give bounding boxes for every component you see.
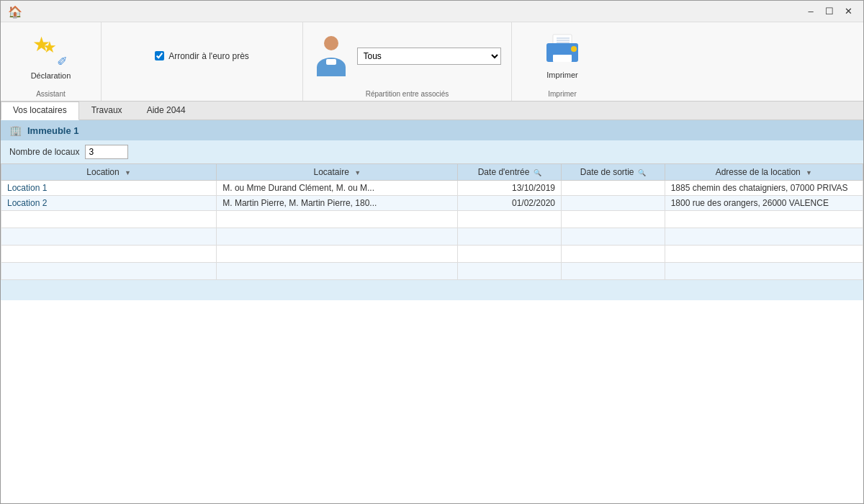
cell-location: Location 1 bbox=[1, 181, 217, 196]
data-table-container: Location ▼ Locataire ▼ Date d'entrée 🔍 bbox=[1, 163, 863, 286]
declaration-button[interactable]: ★ ★ ✏ Déclaration bbox=[25, 30, 77, 83]
col-header-locataire: Locataire ▼ bbox=[217, 164, 458, 181]
table-row[interactable]: Location 2M. Martin Pierre, M. Martin Pi… bbox=[1, 196, 863, 211]
empty-cell bbox=[1, 263, 217, 280]
empty-row bbox=[1, 228, 863, 246]
maximize-button[interactable]: ☐ bbox=[820, 4, 839, 19]
content-area: 🏢 Immeuble 1 Nombre de locaux Location bbox=[1, 120, 863, 300]
tab-locataires[interactable]: Vos locataires bbox=[1, 102, 79, 120]
empty-cell bbox=[665, 211, 863, 228]
cell-sortie bbox=[562, 181, 665, 196]
cell-entree: 13/10/2019 bbox=[458, 181, 562, 196]
titlebar: 🏠 – ☐ ✕ bbox=[1, 1, 863, 22]
cell-locataire: M. ou Mme Durand Clément, M. ou M... bbox=[217, 181, 458, 196]
tab-bar: Vos locataires Travaux Aide 2044 bbox=[1, 102, 863, 120]
empty-cell bbox=[458, 263, 562, 280]
ribbon-section-print: Imprimer Imprimer bbox=[512, 22, 613, 101]
empty-cell bbox=[1, 211, 217, 228]
empty-cell bbox=[217, 228, 458, 246]
minimize-button[interactable]: – bbox=[801, 4, 820, 19]
repartition-section-label: Répartition entre associés bbox=[303, 90, 511, 98]
cell-locataire: M. Martin Pierre, M. Martin Pierre, 180.… bbox=[217, 196, 458, 211]
person-select[interactable]: Tous bbox=[357, 48, 501, 65]
empty-cell bbox=[458, 211, 562, 228]
assistant-section-label: Assistant bbox=[1, 90, 101, 98]
building-info: Nombre de locaux bbox=[1, 140, 863, 163]
declaration-icon: ★ ★ ✏ bbox=[32, 32, 68, 68]
print-button[interactable]: Imprimer bbox=[535, 30, 590, 82]
table-scroll-area: Location ▼ Locataire ▼ Date d'entrée 🔍 bbox=[1, 163, 863, 280]
empty-cell bbox=[217, 246, 458, 263]
tab-aide[interactable]: Aide 2044 bbox=[135, 102, 198, 120]
bottom-area bbox=[1, 286, 863, 300]
building-title: Immeuble 1 bbox=[27, 125, 79, 136]
cell-sortie bbox=[562, 196, 665, 211]
person-icon bbox=[314, 36, 348, 76]
nombre-locaux-input[interactable] bbox=[85, 145, 128, 159]
cell-entree: 01/02/2020 bbox=[458, 196, 562, 211]
empty-cell bbox=[562, 263, 665, 280]
col-header-sortie: Date de sortie 🔍 bbox=[562, 164, 665, 181]
cell-adresse: 1885 chemin des chataigniers, 07000 PRIV… bbox=[665, 181, 863, 196]
table-header-row: Location ▼ Locataire ▼ Date d'entrée 🔍 bbox=[1, 164, 863, 181]
arrondir-checkbox[interactable] bbox=[155, 51, 164, 60]
empty-cell bbox=[1, 228, 217, 246]
col-header-location: Location ▼ bbox=[1, 164, 217, 181]
cell-adresse: 1800 rue des orangers, 26000 VALENCE bbox=[665, 196, 863, 211]
empty-cell bbox=[217, 211, 458, 228]
locations-table: Location ▼ Locataire ▼ Date d'entrée 🔍 bbox=[1, 163, 863, 280]
ribbon-section-assistant: Arrondir à l'euro près bbox=[102, 22, 303, 101]
empty-row bbox=[1, 246, 863, 263]
empty-cell bbox=[562, 246, 665, 263]
empty-cell bbox=[562, 211, 665, 228]
declaration-label: Déclaration bbox=[31, 71, 71, 80]
location-filter-icon[interactable]: ▼ bbox=[125, 169, 131, 176]
ribbon: ★ ★ ✏ Déclaration Assistant Arrondir à l… bbox=[1, 22, 863, 102]
empty-cell bbox=[458, 228, 562, 246]
svg-rect-0 bbox=[553, 35, 572, 45]
empty-row bbox=[1, 263, 863, 280]
empty-cell bbox=[562, 228, 665, 246]
print-section-label: Imprimer bbox=[512, 90, 613, 98]
col-header-adresse: Adresse de la location ▼ bbox=[665, 164, 863, 181]
col-header-entree: Date d'entrée 🔍 bbox=[458, 164, 562, 181]
main-content: Vos locataires Travaux Aide 2044 🏢 Immeu… bbox=[1, 102, 863, 489]
entree-sort-icon[interactable]: 🔍 bbox=[534, 169, 541, 176]
print-label: Imprimer bbox=[546, 71, 577, 79]
svg-rect-2 bbox=[553, 55, 572, 62]
empty-cell bbox=[665, 263, 863, 280]
table-row[interactable]: Location 1M. ou Mme Durand Clément, M. o… bbox=[1, 181, 863, 196]
empty-cell bbox=[458, 246, 562, 263]
arrondir-label: Arrondir à l'euro près bbox=[168, 51, 249, 61]
building-icon: 🏢 bbox=[9, 125, 22, 136]
close-button[interactable]: ✕ bbox=[839, 4, 858, 19]
building-header: 🏢 Immeuble 1 bbox=[1, 120, 863, 140]
tab-travaux[interactable]: Travaux bbox=[79, 102, 135, 120]
empty-cell bbox=[1, 246, 217, 263]
empty-row bbox=[1, 211, 863, 228]
locataire-filter-icon[interactable]: ▼ bbox=[354, 169, 361, 176]
arrondir-checkbox-area: Arrondir à l'euro près bbox=[155, 51, 249, 61]
adresse-filter-icon[interactable]: ▼ bbox=[806, 169, 812, 176]
app-icon: 🏠 bbox=[8, 5, 22, 19]
svg-point-3 bbox=[571, 46, 577, 52]
ribbon-section-repartition: Tous Répartition entre associés bbox=[303, 22, 512, 101]
empty-cell bbox=[665, 228, 863, 246]
cell-location: Location 2 bbox=[1, 196, 217, 211]
nombre-locaux-label: Nombre de locaux bbox=[9, 147, 79, 157]
empty-cell bbox=[665, 246, 863, 263]
sortie-sort-icon[interactable]: 🔍 bbox=[638, 169, 646, 176]
empty-cell bbox=[217, 263, 458, 280]
ribbon-section-declaration: ★ ★ ✏ Déclaration Assistant bbox=[1, 22, 102, 101]
printer-icon bbox=[544, 33, 581, 68]
star2-icon: ★ bbox=[42, 38, 57, 57]
